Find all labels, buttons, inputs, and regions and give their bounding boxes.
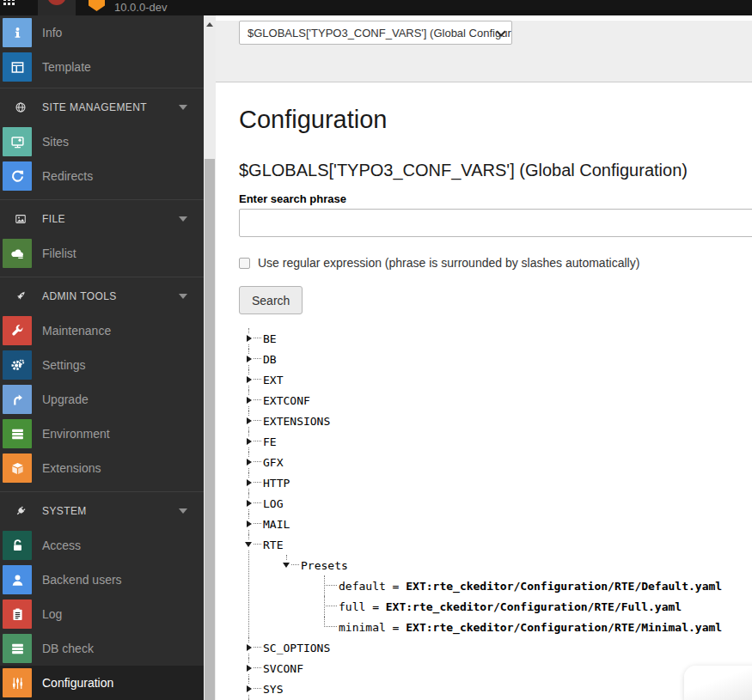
sidebar-item-label: Access (42, 539, 81, 552)
sidebar-section: ADMIN TOOLSMaintenanceSettingsUpgradeEnv… (0, 277, 204, 492)
tree-node-minimal: minimal = EXT:rte_ckeditor/Configuration… (321, 617, 752, 637)
tree-toggle-mail[interactable] (245, 519, 254, 529)
collapse-caret-icon (179, 216, 187, 222)
tree-node-gfx: GFX (245, 452, 752, 472)
sidebar-item-configuration[interactable]: Configuration (0, 666, 204, 700)
typo3-logo-icon (47, 0, 66, 5)
tree-toggle-gfx[interactable] (245, 457, 254, 467)
sidebar-item-info[interactable]: Info (0, 15, 204, 50)
tree-node-default: default = EXT:rte_ckeditor/Configuration… (321, 575, 752, 596)
sidebar-item-log[interactable]: Log (0, 597, 204, 631)
section-title: $GLOBALS['TYPO3_CONF_VARS'] (Global Conf… (239, 160, 752, 180)
tree-toggle-ext[interactable] (245, 374, 254, 385)
sidebar-item-label: Environment (42, 427, 110, 441)
sidebar-item-backend-users[interactable]: Backend users (0, 563, 204, 597)
typo3-logo[interactable] (38, 0, 76, 15)
sidebar-item-maintenance[interactable]: Maintenance (0, 313, 204, 348)
tree-node-presets: Presetsdefault = EXT:rte_ckeditor/Config… (283, 555, 752, 637)
tree-toggle-sc-options[interactable] (245, 642, 254, 653)
sidebar-item-filelist[interactable]: Filelist (0, 236, 204, 271)
sliders-icon (3, 668, 32, 697)
tree-node-full: full = EXT:rte_ckeditor/Configuration/RT… (321, 596, 752, 617)
sidebar-item-label: Extensions (42, 461, 101, 475)
sidebar-item-sites[interactable]: Sites (0, 125, 204, 159)
tree-node-db: DB (245, 349, 752, 369)
search-input[interactable] (239, 209, 752, 237)
sidebar-header-file[interactable]: FILE (0, 202, 204, 236)
tree-node-label: SYS (263, 683, 283, 696)
sidebar-item-db-check[interactable]: DB check (0, 631, 204, 666)
tree-toggle-presets[interactable] (283, 560, 291, 570)
tree-toggle-svconf[interactable] (245, 663, 254, 673)
tree-toggle-http[interactable] (245, 478, 254, 488)
sidebar-item-label: Maintenance (42, 324, 111, 338)
search-button[interactable]: Search (239, 286, 303, 314)
gears-icon (3, 350, 32, 380)
sidebar-item-access[interactable]: Access (0, 528, 204, 563)
dropdown-value: $GLOBALS['TYPO3_CONF_VARS'] (Global Conf… (240, 27, 511, 40)
tree-node-label: RTE (263, 539, 283, 551)
tree-node-label: default (339, 580, 386, 593)
module-sidebar: InfoTemplateSITE MANAGEMENTSitesRedirect… (0, 15, 204, 700)
tree-toggle-extensions[interactable] (245, 416, 254, 426)
content-area: $GLOBALS['TYPO3_CONF_VARS'] (Global Conf… (216, 15, 752, 700)
sidebar-header-admin-tools[interactable]: ADMIN TOOLS (0, 279, 204, 313)
module-body: Configuration $GLOBALS['TYPO3_CONF_VARS'… (216, 106, 752, 700)
tree-node-label: SVCONF (263, 662, 303, 675)
sidebar-item-extensions[interactable]: Extensions (0, 451, 204, 485)
sidebar-item-label: Template (42, 60, 91, 74)
sidebar-item-label: DB check (42, 642, 94, 655)
tree-node-sc-options: SC_OPTIONS (245, 637, 752, 658)
tree-node-label: EXTCONF (263, 394, 310, 407)
tree-toggle-sys[interactable] (245, 684, 254, 694)
image-icon (15, 213, 27, 225)
sidebar-item-template[interactable]: Template (0, 50, 204, 84)
tree-toggle-db[interactable] (245, 354, 254, 364)
sidebar-item-upgrade[interactable]: Upgrade (0, 382, 204, 417)
tree-node-be: BE (245, 328, 752, 349)
server-stack-icon (3, 419, 32, 448)
sidebar-item-label: Upgrade (42, 393, 89, 406)
chevron-down-icon (497, 28, 504, 35)
sidebar-section: FILEFilelist (0, 200, 204, 277)
tree-node-label: EXTENSIONS (263, 415, 330, 428)
sidebar-header-label: SYSTEM (42, 505, 87, 517)
sidebar-header-site-management[interactable]: SITE MANAGEMENT (0, 90, 204, 125)
sidebar-item-settings[interactable]: Settings (0, 348, 204, 382)
scrollbar-thumb[interactable] (205, 159, 215, 700)
configuration-selector-dropdown[interactable]: $GLOBALS['TYPO3_CONF_VARS'] (Global Conf… (239, 21, 512, 45)
sidebar-item-redirects[interactable]: Redirects (0, 159, 204, 193)
collapse-caret-icon (179, 294, 187, 299)
sidebar-scrollbar[interactable] (204, 15, 216, 700)
clipboard-icon (3, 600, 32, 629)
tree-node-value: EXT:rte_ckeditor/Configuration/RTE/Full.… (386, 600, 682, 613)
tree-node-label: BE (263, 332, 277, 345)
regex-option-row: Use regular expression (phrase is surrou… (239, 256, 752, 270)
tree-node-sys: SYS (245, 679, 752, 699)
tree-node-label: HTTP (263, 477, 290, 490)
sidebar-item-label: Info (42, 26, 62, 40)
regex-checkbox[interactable] (239, 258, 250, 269)
sidebar-item-environment[interactable]: Environment (0, 417, 204, 451)
sidebar-header-label: FILE (42, 213, 65, 225)
module-menu-toggle-icon[interactable] (3, 0, 15, 6)
collapse-caret-icon (179, 105, 187, 110)
tree-node-extensions: EXTENSIONS (245, 411, 752, 431)
tree-toggle-extconf[interactable] (245, 395, 254, 405)
redo-arrow-icon (3, 161, 32, 191)
collapse-caret-icon (179, 508, 187, 514)
info-icon (3, 18, 32, 47)
sidebar-header-system[interactable]: SYSTEM (0, 494, 204, 528)
sidebar-item-label: Backend users (42, 573, 122, 587)
tree-node-value: EXT:rte_ckeditor/Configuration/RTE/Minim… (406, 621, 722, 634)
scrollbar-up-arrow-icon[interactable] (206, 22, 213, 27)
tree-toggle-be[interactable] (245, 333, 254, 344)
tree-toggle-rte[interactable] (245, 539, 254, 550)
regex-label: Use regular expression (phrase is surrou… (258, 256, 639, 270)
tree-toggle-fe[interactable] (245, 436, 254, 447)
globe-icon (15, 101, 27, 113)
tree-node-label: FE (263, 435, 277, 448)
topbar: 10.0.0-dev (0, 0, 752, 15)
tree-toggle-log[interactable] (245, 498, 254, 508)
sidebar-section: SITE MANAGEMENTSitesRedirects (0, 88, 204, 200)
